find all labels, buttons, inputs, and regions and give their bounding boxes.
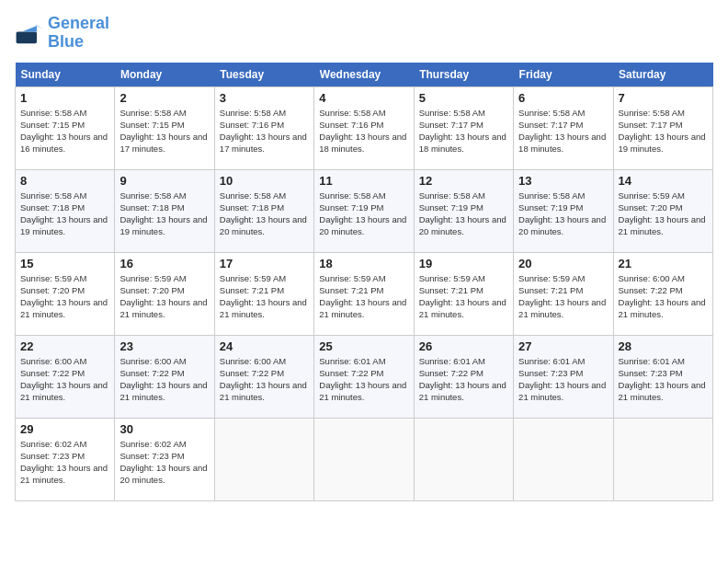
calendar-day-cell: 26Sunrise: 6:01 AMSunset: 7:22 PMDayligh… [414, 335, 513, 418]
day-info: Sunrise: 6:02 AMSunset: 7:23 PMDaylight:… [119, 438, 209, 487]
calendar-week-row: 22Sunrise: 6:00 AMSunset: 7:22 PMDayligh… [16, 335, 713, 418]
svg-rect-0 [17, 31, 37, 43]
day-number: 5 [419, 91, 508, 105]
calendar-day-cell: 27Sunrise: 6:01 AMSunset: 7:23 PMDayligh… [514, 335, 613, 418]
col-header-wednesday: Wednesday [314, 63, 414, 87]
logo-icon [15, 18, 44, 48]
day-number: 29 [20, 422, 109, 436]
day-number: 2 [119, 91, 209, 105]
day-info: Sunrise: 5:58 AMSunset: 7:19 PMDaylight:… [319, 190, 408, 238]
day-info: Sunrise: 5:58 AMSunset: 7:19 PMDaylight:… [419, 190, 508, 238]
calendar-day-cell: 11Sunrise: 5:58 AMSunset: 7:19 PMDayligh… [314, 169, 414, 252]
svg-marker-1 [22, 26, 37, 31]
day-number: 28 [619, 339, 708, 353]
calendar-day-cell: 20Sunrise: 5:59 AMSunset: 7:21 PMDayligh… [514, 252, 613, 335]
day-info: Sunrise: 5:58 AMSunset: 7:18 PMDaylight:… [119, 190, 209, 238]
day-number: 16 [119, 257, 209, 270]
day-info: Sunrise: 5:58 AMSunset: 7:18 PMDaylight:… [220, 190, 309, 238]
calendar-day-cell: 18Sunrise: 5:59 AMSunset: 7:21 PMDayligh… [314, 252, 414, 335]
col-header-tuesday: Tuesday [214, 63, 313, 87]
day-number: 19 [419, 257, 508, 270]
calendar-day-cell: 19Sunrise: 5:59 AMSunset: 7:21 PMDayligh… [414, 252, 513, 335]
day-number: 17 [220, 257, 309, 270]
col-header-saturday: Saturday [613, 63, 712, 87]
day-number: 10 [220, 174, 309, 188]
calendar-day-cell: 22Sunrise: 6:00 AMSunset: 7:22 PMDayligh… [16, 335, 115, 418]
day-info: Sunrise: 5:59 AMSunset: 7:20 PMDaylight:… [619, 190, 708, 238]
day-number: 11 [319, 174, 408, 188]
day-info: Sunrise: 5:58 AMSunset: 7:16 PMDaylight:… [319, 107, 408, 155]
day-info: Sunrise: 5:59 AMSunset: 7:21 PMDaylight:… [319, 272, 408, 321]
calendar-week-row: 8Sunrise: 5:58 AMSunset: 7:18 PMDaylight… [16, 169, 713, 252]
logo-general: General [48, 14, 109, 32]
day-info: Sunrise: 6:01 AMSunset: 7:23 PMDaylight:… [518, 355, 608, 404]
logo-text: General Blue [48, 15, 109, 52]
logo: General Blue [15, 15, 109, 52]
day-number: 4 [319, 91, 408, 105]
day-info: Sunrise: 5:59 AMSunset: 7:21 PMDaylight:… [220, 272, 309, 321]
calendar-day-cell: 21Sunrise: 6:00 AMSunset: 7:22 PMDayligh… [613, 252, 712, 335]
day-number: 7 [619, 91, 708, 105]
day-info: Sunrise: 5:58 AMSunset: 7:15 PMDaylight:… [119, 107, 209, 155]
day-number: 14 [619, 174, 708, 188]
day-info: Sunrise: 5:58 AMSunset: 7:19 PMDaylight:… [518, 190, 608, 238]
day-info: Sunrise: 6:01 AMSunset: 7:22 PMDaylight:… [319, 355, 408, 404]
calendar-day-cell: 30Sunrise: 6:02 AMSunset: 7:23 PMDayligh… [115, 418, 214, 500]
calendar-day-cell: 15Sunrise: 5:59 AMSunset: 7:20 PMDayligh… [16, 252, 115, 335]
calendar-day-cell: 16Sunrise: 5:59 AMSunset: 7:20 PMDayligh… [115, 252, 214, 335]
empty-cell [214, 418, 313, 500]
calendar-header-row: SundayMondayTuesdayWednesdayThursdayFrid… [16, 63, 713, 87]
day-number: 30 [119, 422, 209, 436]
day-info: Sunrise: 5:58 AMSunset: 7:17 PMDaylight:… [619, 107, 708, 155]
calendar-day-cell: 29Sunrise: 6:02 AMSunset: 7:23 PMDayligh… [16, 418, 115, 500]
day-info: Sunrise: 6:02 AMSunset: 7:23 PMDaylight:… [20, 438, 109, 487]
calendar-day-cell: 2Sunrise: 5:58 AMSunset: 7:15 PMDaylight… [115, 86, 214, 169]
col-header-sunday: Sunday [16, 63, 115, 87]
calendar-day-cell: 13Sunrise: 5:58 AMSunset: 7:19 PMDayligh… [514, 169, 613, 252]
day-info: Sunrise: 6:01 AMSunset: 7:22 PMDaylight:… [419, 355, 508, 404]
col-header-monday: Monday [115, 63, 214, 87]
day-number: 18 [319, 257, 408, 270]
day-number: 20 [518, 257, 608, 270]
col-header-friday: Friday [514, 63, 613, 87]
day-number: 12 [419, 174, 508, 188]
day-number: 26 [419, 339, 508, 353]
day-number: 9 [119, 174, 209, 188]
header: General Blue [15, 15, 713, 52]
calendar-day-cell: 5Sunrise: 5:58 AMSunset: 7:17 PMDaylight… [414, 86, 513, 169]
day-number: 22 [20, 339, 109, 353]
day-info: Sunrise: 5:59 AMSunset: 7:20 PMDaylight:… [20, 272, 109, 321]
empty-cell [514, 418, 613, 500]
calendar-day-cell: 4Sunrise: 5:58 AMSunset: 7:16 PMDaylight… [314, 86, 414, 169]
day-info: Sunrise: 5:58 AMSunset: 7:15 PMDaylight:… [20, 107, 109, 155]
empty-cell [414, 418, 513, 500]
day-info: Sunrise: 5:59 AMSunset: 7:21 PMDaylight:… [518, 272, 608, 321]
day-number: 13 [518, 174, 608, 188]
calendar-day-cell: 6Sunrise: 5:58 AMSunset: 7:17 PMDaylight… [514, 86, 613, 169]
day-number: 3 [220, 91, 309, 105]
day-number: 8 [20, 174, 109, 188]
calendar-table: SundayMondayTuesdayWednesdayThursdayFrid… [15, 63, 713, 501]
calendar-day-cell: 24Sunrise: 6:00 AMSunset: 7:22 PMDayligh… [214, 335, 313, 418]
calendar-day-cell: 12Sunrise: 5:58 AMSunset: 7:19 PMDayligh… [414, 169, 513, 252]
empty-cell [613, 418, 712, 500]
day-info: Sunrise: 5:59 AMSunset: 7:21 PMDaylight:… [419, 272, 508, 321]
calendar-day-cell: 1Sunrise: 5:58 AMSunset: 7:15 PMDaylight… [16, 86, 115, 169]
day-info: Sunrise: 6:01 AMSunset: 7:23 PMDaylight:… [619, 355, 708, 404]
calendar-day-cell: 23Sunrise: 6:00 AMSunset: 7:22 PMDayligh… [115, 335, 214, 418]
calendar-day-cell: 28Sunrise: 6:01 AMSunset: 7:23 PMDayligh… [613, 335, 712, 418]
day-number: 1 [20, 91, 109, 105]
day-number: 24 [220, 339, 309, 353]
calendar-day-cell: 7Sunrise: 5:58 AMSunset: 7:17 PMDaylight… [613, 86, 712, 169]
day-info: Sunrise: 5:58 AMSunset: 7:17 PMDaylight:… [518, 107, 608, 155]
day-info: Sunrise: 6:00 AMSunset: 7:22 PMDaylight:… [619, 272, 708, 321]
calendar-day-cell: 10Sunrise: 5:58 AMSunset: 7:18 PMDayligh… [214, 169, 313, 252]
day-number: 27 [518, 339, 608, 353]
logo-blue: Blue [48, 32, 84, 51]
day-info: Sunrise: 6:00 AMSunset: 7:22 PMDaylight:… [20, 355, 109, 404]
calendar-day-cell: 8Sunrise: 5:58 AMSunset: 7:18 PMDaylight… [16, 169, 115, 252]
calendar-week-row: 1Sunrise: 5:58 AMSunset: 7:15 PMDaylight… [16, 86, 713, 169]
calendar-week-row: 29Sunrise: 6:02 AMSunset: 7:23 PMDayligh… [16, 418, 713, 500]
day-number: 15 [20, 257, 109, 270]
empty-cell [314, 418, 414, 500]
